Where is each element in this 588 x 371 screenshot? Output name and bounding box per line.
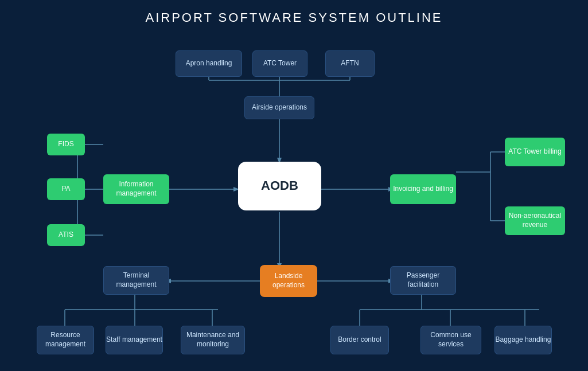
invoicing-billing-node: Invoicing and billing xyxy=(390,174,456,204)
information-management-node: Information management xyxy=(103,174,169,204)
apron-handling-node: Apron handling xyxy=(176,50,242,77)
terminal-management-node: Terminal management xyxy=(103,266,169,295)
atc-tower-node: ATC Tower xyxy=(252,50,307,77)
staff-management-node: Staff management xyxy=(106,326,163,354)
non-aero-revenue-node: Non-aeronautical revenue xyxy=(505,206,565,235)
aodb-node: AODB xyxy=(238,162,321,210)
fids-node: FIDS xyxy=(47,134,85,155)
resource-management-node: Resource management xyxy=(37,326,94,354)
airside-operations-node: Airside operations xyxy=(244,96,314,119)
atis-node: ATIS xyxy=(47,224,85,246)
maintenance-monitoring-node: Maintenance and monitoring xyxy=(181,326,245,354)
landside-operations-node: Landside operations xyxy=(260,265,317,297)
common-use-services-node: Common use services xyxy=(420,326,481,354)
atc-tower-billing-node: ATC Tower billing xyxy=(505,138,565,166)
border-control-node: Border control xyxy=(330,326,389,354)
page-title: AIRPORT SOFTWARE SYSTEM OUTLINE xyxy=(0,0,588,25)
passenger-facilitation-node: Passenger facilitation xyxy=(390,266,456,295)
baggage-handling-node: Baggage handling xyxy=(494,326,552,354)
aftn-node: AFTN xyxy=(325,50,375,77)
pa-node: PA xyxy=(47,178,85,200)
